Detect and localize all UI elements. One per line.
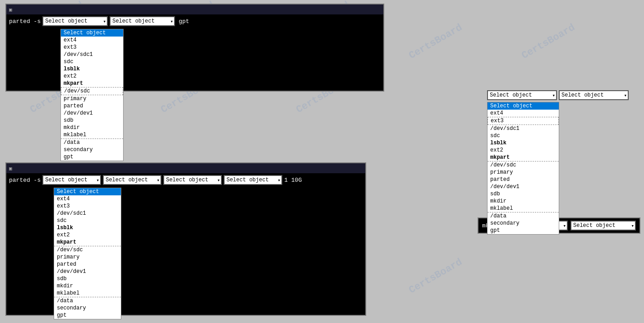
watermark-5: CertsBoard <box>520 22 577 62</box>
popup2-item-17[interactable]: gpt <box>61 153 123 161</box>
bottom-select-1[interactable]: Select object ext4ext3/dev/sdc1 sdclsblk… <box>42 175 101 185</box>
popup2-item-5[interactable]: lsblk <box>61 65 123 73</box>
bottom-terminal-row: parted -s Select object ext4ext3/dev/sdc… <box>6 173 365 187</box>
bottom-dropdown-2-wrapper[interactable]: Select object ext4ext3/dev/sdc1 sdclsblk… <box>103 175 161 185</box>
popup2-item-4[interactable]: sdc <box>61 58 123 65</box>
rp2-item-10[interactable]: parted <box>488 176 559 183</box>
bottom-dropdown-4-wrapper[interactable]: Select object ext4ext3/dev/sdc1 sdclsblk… <box>224 175 282 185</box>
rp2-item-7[interactable]: mkpart <box>488 154 559 161</box>
gpt-label: gpt <box>179 18 189 25</box>
popup2-item-16[interactable]: secondary <box>61 146 123 153</box>
bpd-item-15[interactable]: /data <box>54 297 121 305</box>
mkfs-select-2[interactable]: Select object ext4ext3/dev/sdc1 sdclsblk… <box>570 221 636 231</box>
rp2-item-1[interactable]: ext4 <box>488 110 559 117</box>
rp2-item-14[interactable]: mklabel <box>488 205 559 212</box>
bpd-item-11[interactable]: /dev/dev1 <box>54 268 121 275</box>
popup2-item-8[interactable]: /dev/sdc <box>61 87 123 95</box>
right-select-2[interactable]: Select object ext4ext3/dev/sdc1 sdclsblk… <box>559 90 629 100</box>
rp2-item-16[interactable]: secondary <box>488 220 559 227</box>
rp2-item-5[interactable]: lsblk <box>488 139 559 147</box>
popup2-item-3[interactable]: /dev/sdc1 <box>61 51 123 58</box>
bpd-item-3[interactable]: /dev/sdc1 <box>54 210 121 217</box>
popup2-item-12[interactable]: sdb <box>61 117 123 124</box>
right-popup-2[interactable]: Select object ext4 ext3 /dev/sdc1 sdc ls… <box>487 102 559 235</box>
popup2-item-1[interactable]: ext4 <box>61 37 123 44</box>
bpd-item-17[interactable]: gpt <box>54 312 121 319</box>
popup2-item-11[interactable]: /dev/dev1 <box>61 110 123 117</box>
right-select-2-wrapper[interactable]: Select object ext4ext3/dev/sdc1 sdclsblk… <box>559 90 629 100</box>
popup2-item-13[interactable]: mkdir <box>61 124 123 131</box>
right-select-1-wrapper[interactable]: Select object ext4ext3/dev/sdc1 sdclsblk… <box>487 90 557 100</box>
bottom-terminal-icon: ▣ <box>9 166 12 171</box>
bpd-item-12[interactable]: sdb <box>54 275 121 282</box>
rp2-item-9[interactable]: primary <box>488 169 559 176</box>
top-command-label: parted -s <box>9 18 41 25</box>
top-terminal-row: parted -s Select object ext4ext3/dev/sdc… <box>6 14 383 28</box>
right-panel: Select object ext4ext3/dev/sdc1 sdclsblk… <box>487 90 640 102</box>
popup2-item-0[interactable]: Select object <box>61 29 123 37</box>
top-select-2[interactable]: Select object ext4ext3/dev/sdc1 sdclsblk… <box>110 16 175 26</box>
popup2-item-6[interactable]: ext2 <box>61 73 123 80</box>
watermark-4: CertsBoard <box>407 22 465 62</box>
rp2-item-12[interactable]: sdb <box>488 190 559 198</box>
bpd-item-0[interactable]: Select object <box>54 188 121 195</box>
popup2-item-10[interactable]: parted <box>61 102 123 110</box>
bpd-item-4[interactable]: sdc <box>54 217 121 224</box>
right-select-1[interactable]: Select object ext4ext3/dev/sdc1 sdclsblk… <box>487 90 557 100</box>
bottom-extra-label: 1 10G <box>284 177 302 184</box>
rp2-item-2[interactable]: ext3 <box>488 117 559 125</box>
popup2-item-9[interactable]: primary <box>61 95 123 102</box>
bottom-popup-d[interactable]: Select object ext4 ext3 /dev/sdc1 sdc ls… <box>54 188 121 319</box>
bpd-item-16[interactable]: secondary <box>54 305 121 312</box>
popup2-item-15[interactable]: /data <box>61 138 123 146</box>
bpd-item-6[interactable]: ext2 <box>54 231 121 239</box>
bpd-item-5[interactable]: lsblk <box>54 224 121 231</box>
bpd-item-13[interactable]: mkdir <box>54 282 121 290</box>
popup2-item-2[interactable]: ext3 <box>61 44 123 51</box>
bpd-item-14[interactable]: mklabel <box>54 290 121 297</box>
bottom-select-3[interactable]: Select object ext4ext3/dev/sdc1 sdclsblk… <box>163 175 222 185</box>
rp2-item-11[interactable]: /dev/dev1 <box>488 183 559 190</box>
bottom-terminal-titlebar: ▣ <box>6 163 365 173</box>
bottom-command-label: parted -s <box>9 177 41 184</box>
bpd-item-2[interactable]: ext3 <box>54 203 121 210</box>
bottom-select-4[interactable]: Select object ext4ext3/dev/sdc1 sdclsblk… <box>224 175 282 185</box>
bpd-item-8[interactable]: /dev/sdc <box>54 246 121 254</box>
bottom-dropdown-1-wrapper[interactable]: Select object ext4ext3/dev/sdc1 sdclsblk… <box>42 175 101 185</box>
bpd-item-10[interactable]: parted <box>54 261 121 268</box>
top-terminal: ▣ parted -s Select object ext4ext3/dev/s… <box>5 4 384 92</box>
top-select-1[interactable]: Select object ext4ext3/dev/sdc1 sdclsblk… <box>42 16 108 26</box>
rp2-item-13[interactable]: mkdir <box>488 198 559 205</box>
rp2-item-0[interactable]: Select object <box>488 102 559 110</box>
watermark-12: CertsBoard <box>407 257 465 296</box>
rp2-item-8[interactable]: /dev/sdc <box>488 161 559 169</box>
terminal-titlebar: ▣ <box>6 5 383 14</box>
bottom-terminal: ▣ parted -s Select object ext4ext3/dev/s… <box>5 162 366 316</box>
top-dropdown-2-wrapper[interactable]: Select object ext4ext3/dev/sdc1 sdclsblk… <box>110 16 175 26</box>
right-selects-row: Select object ext4ext3/dev/sdc1 sdclsblk… <box>487 90 640 100</box>
popup2-item-7[interactable]: mkpart <box>61 80 123 87</box>
rp2-item-3[interactable]: /dev/sdc1 <box>488 125 559 132</box>
top-popup-2[interactable]: Select object ext4 ext3 /dev/sdc1 sdc ls… <box>60 29 124 161</box>
bpd-item-7[interactable]: mkpart <box>54 239 121 246</box>
mkfs-select-2-wrapper[interactable]: Select object ext4ext3/dev/sdc1 sdclsblk… <box>570 221 636 231</box>
popup2-item-14[interactable]: mklabel <box>61 131 123 138</box>
top-dropdown-1-wrapper[interactable]: Select object ext4ext3/dev/sdc1 sdclsblk… <box>42 16 108 26</box>
rp2-item-15[interactable]: /data <box>488 212 559 220</box>
rp2-item-4[interactable]: sdc <box>488 132 559 139</box>
terminal-icon: ▣ <box>9 7 12 13</box>
bpd-item-9[interactable]: primary <box>54 254 121 261</box>
bottom-select-2[interactable]: Select object ext4ext3/dev/sdc1 sdclsblk… <box>103 175 161 185</box>
rp2-item-6[interactable]: ext2 <box>488 147 559 154</box>
bottom-dropdown-3-wrapper[interactable]: Select object ext4ext3/dev/sdc1 sdclsblk… <box>163 175 222 185</box>
bpd-item-1[interactable]: ext4 <box>54 195 121 203</box>
rp2-item-17[interactable]: gpt <box>488 227 559 234</box>
